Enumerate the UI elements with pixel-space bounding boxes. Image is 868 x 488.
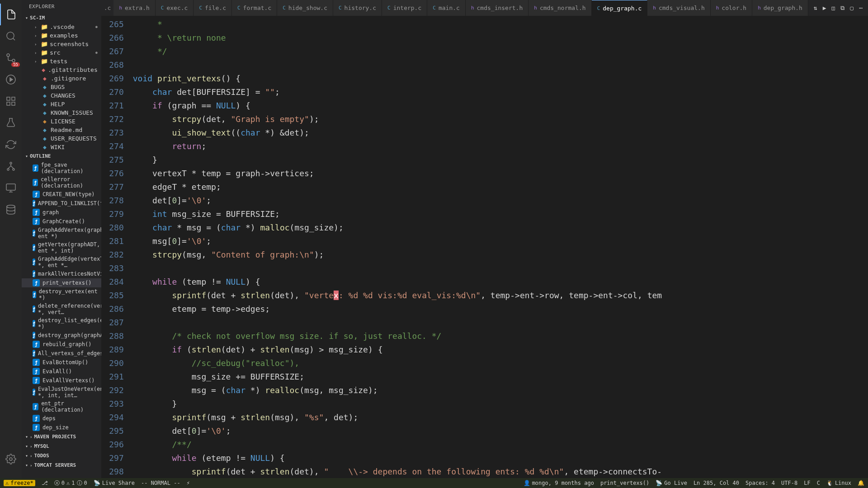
code-line[interactable]: sprintf(det + strlen(det), " \\-> depend…: [133, 465, 823, 479]
tab[interactable]: Chide_show.c: [277, 0, 333, 16]
code-line[interactable]: * \return none: [133, 31, 823, 45]
tree-file[interactable]: ◆LICENSE: [22, 117, 101, 126]
outline-item[interactable]: ƒcellerror (declaration): [22, 175, 101, 190]
code-line[interactable]: if (graph == NULL) {: [133, 99, 823, 113]
tree-file[interactable]: ◆Readme.md: [22, 126, 101, 134]
test-icon[interactable]: [0, 112, 22, 134]
tab[interactable]: Cmain.c: [427, 0, 466, 16]
code-line[interactable]: det[0]='\0';: [133, 424, 823, 438]
code-line[interactable]: [133, 58, 823, 72]
code-line[interactable]: sprintf(msg + strlen(msg), "%s", det);: [133, 411, 823, 424]
status-func[interactable]: print_vertexs(): [600, 480, 649, 486]
status-os[interactable]: 🐧 Linux: [826, 480, 851, 486]
tab[interactable]: hcmds_insert.h: [466, 0, 528, 16]
refresh-icon[interactable]: [0, 134, 22, 155]
outline-item[interactable]: ƒEvalAll(): [22, 367, 101, 376]
code-line[interactable]: void print_vertexs() {: [133, 72, 823, 85]
code-line[interactable]: [133, 262, 823, 275]
tab[interactable]: hcmds_visual.h: [647, 0, 710, 16]
outline-item[interactable]: ƒrebuild_graph(): [22, 340, 101, 349]
status-bolt[interactable]: ⚡: [187, 480, 190, 486]
outline-item[interactable]: ƒEvalAllVertexs(): [22, 376, 101, 385]
tab[interactable]: Chistory.c: [333, 0, 382, 16]
settings-icon[interactable]: [0, 448, 22, 470]
status-freeze[interactable]: ⚠ freeze*: [4, 480, 35, 486]
compare-icon[interactable]: ⇅: [814, 5, 817, 11]
section-header[interactable]: ›MYSQL: [22, 441, 101, 451]
status-liveshare[interactable]: 📡 Live Share: [94, 480, 135, 486]
tab[interactable]: Cinterp.c: [382, 0, 427, 16]
status-eol[interactable]: LF: [804, 480, 810, 486]
tree-folder[interactable]: ›📁screenshots: [22, 40, 101, 48]
section-header[interactable]: ›TODOS: [22, 451, 101, 460]
code-line[interactable]: if (strlen(det) + strlen(msg) > msg_size…: [133, 343, 823, 357]
db-icon[interactable]: [0, 199, 22, 221]
layout-icon[interactable]: ▢: [850, 5, 854, 11]
status-branch[interactable]: ⎇: [42, 480, 48, 486]
code-line[interactable]: char det[BUFFERSIZE] = "";: [133, 85, 823, 99]
git-tree-icon[interactable]: [0, 155, 22, 177]
code-line[interactable]: }: [133, 397, 823, 411]
code-line[interactable]: msg[0]='\0';: [133, 235, 823, 248]
source-control-icon[interactable]: 55: [0, 47, 22, 69]
status-golive[interactable]: 📡 Go Live: [656, 480, 687, 486]
outline-item[interactable]: ƒCREATE_NEW(type): [22, 190, 101, 199]
tab[interactable]: hdep_graph.h: [752, 0, 808, 16]
tree-file[interactable]: ◆WIKI: [22, 143, 101, 151]
code-line[interactable]: ui_show_text((char *) &det);: [133, 126, 823, 140]
code-line[interactable]: /**/: [133, 438, 823, 451]
tree-file[interactable]: ◆USER_REQUESTS: [22, 134, 101, 143]
tab[interactable]: hcolor.h: [711, 0, 752, 16]
tree-file[interactable]: ◆.gitattributes: [22, 66, 101, 74]
status-problems[interactable]: ⓧ 0 ⚠ 1 ⓘ 0: [54, 479, 87, 487]
extensions-icon[interactable]: [0, 90, 22, 112]
status-spaces[interactable]: Spaces: 4: [745, 480, 775, 486]
run-icon[interactable]: ▶: [823, 5, 826, 11]
code-line[interactable]: strcpy(det, "Graph is empty");: [133, 113, 823, 126]
code-line[interactable]: [133, 316, 823, 329]
outline-item[interactable]: ƒdestroy_list_edges(edgeT *): [22, 316, 101, 331]
outline-item[interactable]: ƒdelete_reference(vertexT *, vert…: [22, 302, 101, 316]
outline-header[interactable]: OUTLINE: [22, 151, 101, 161]
files-icon[interactable]: [0, 4, 22, 25]
outline-item[interactable]: ƒprint_vertexs(): [22, 278, 101, 287]
outline-item[interactable]: ƒfpe_save (declaration): [22, 161, 101, 175]
tree-file[interactable]: ◆HELP: [22, 100, 101, 108]
outline-item[interactable]: ƒGraphAddEdge(vertexT *, ent *…: [22, 255, 101, 269]
tab[interactable]: hcmds_normal.h: [528, 0, 591, 16]
code-line[interactable]: vertexT * temp = graph->vertices;: [133, 167, 823, 180]
code-line[interactable]: }: [133, 153, 823, 167]
minimap[interactable]: — —— — ——— —— — — —— — ——— —— — — —— — —…: [823, 16, 868, 488]
remote-icon[interactable]: [0, 177, 22, 199]
code-line[interactable]: while (temp != NULL) {: [133, 275, 823, 289]
outline-item[interactable]: ƒAll_vertexs_of_edges_visited(ed…: [22, 349, 101, 358]
tree-file[interactable]: ◆BUGS: [22, 83, 101, 91]
section-header[interactable]: ›MAVEN PROJECTS: [22, 432, 101, 441]
outline-item[interactable]: ƒEvalBottomUp(): [22, 358, 101, 367]
outline-item[interactable]: ƒdestroy_vertex(ent *): [22, 287, 101, 302]
outline-item[interactable]: ƒGraphCreate(): [22, 217, 101, 226]
outline-item[interactable]: ƒGraphAddVertex(graphADT, ent *): [22, 226, 101, 240]
status-encoding[interactable]: UTF-8: [781, 480, 797, 486]
status-position[interactable]: Ln 285, Col 40: [693, 480, 739, 486]
code-line[interactable]: /* check not overflow msg size. if so, j…: [133, 329, 823, 343]
tree-file[interactable]: ◆KNOWN_ISSUES: [22, 108, 101, 117]
code-line[interactable]: while (etemp != NULL) {: [133, 451, 823, 465]
code-line[interactable]: return;: [133, 140, 823, 153]
code-line[interactable]: */: [133, 45, 823, 58]
tab[interactable]: Cformat.c: [232, 0, 277, 16]
tree-folder[interactable]: ›📁src●: [22, 48, 101, 57]
code-editor[interactable]: * * \return none */void print_vertexs() …: [133, 16, 823, 488]
project-header[interactable]: SC-IM: [22, 13, 101, 23]
tree-folder[interactable]: ›📁examples: [22, 31, 101, 40]
more-icon[interactable]: ⋯: [859, 5, 863, 11]
tab[interactable]: Cexec.c: [156, 0, 194, 16]
code-line[interactable]: *: [133, 18, 823, 31]
tab[interactable]: hextra.h: [113, 0, 155, 16]
tree-folder[interactable]: ›📁.vscode●: [22, 23, 101, 31]
outline-item[interactable]: ƒent_ptr (declaration): [22, 399, 101, 414]
split-icon[interactable]: ◫: [832, 5, 835, 11]
outline-item[interactable]: ƒEvalJustOneVertex(ent *, int, int…: [22, 385, 101, 399]
code-line[interactable]: sprintf(det + strlen(det), "vertex: %d %…: [133, 289, 823, 302]
code-line[interactable]: char * msg = (char *) malloc(msg_size);: [133, 221, 823, 235]
